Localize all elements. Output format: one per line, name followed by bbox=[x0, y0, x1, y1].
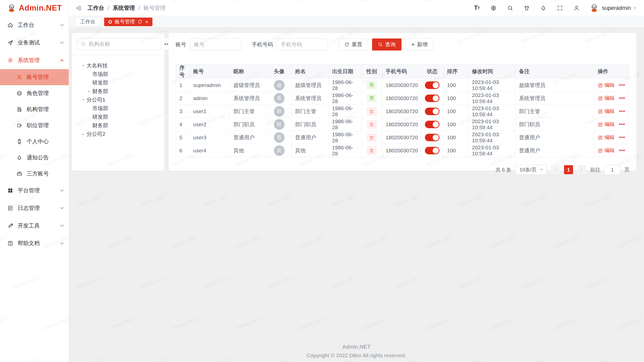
row-more-button[interactable]: ••• bbox=[619, 121, 625, 127]
sidebar-item-business-test[interactable]: 业务测试 bbox=[0, 34, 69, 52]
status-toggle[interactable] bbox=[425, 95, 439, 102]
language-icon[interactable] bbox=[490, 4, 497, 12]
prev-page-button[interactable]: ‹ bbox=[551, 165, 560, 174]
tab-refresh-icon[interactable] bbox=[138, 19, 142, 24]
user-menu[interactable]: superadmin bbox=[589, 3, 636, 13]
account-filter-input[interactable] bbox=[190, 38, 241, 51]
chevron-up-icon bbox=[60, 59, 64, 63]
tree-node[interactable]: 研发部 bbox=[77, 113, 159, 121]
sidebar-item-org-mgmt[interactable]: 机构管理 bbox=[0, 101, 69, 117]
tab-label: 工作台 bbox=[80, 18, 95, 25]
pagination: 共 6 条 10条/页 ‹ 1 › 前往 页 bbox=[176, 165, 629, 175]
sidebar-item-label: 平台管理 bbox=[18, 187, 61, 194]
tree-expand-arrow-icon[interactable]: ▾ bbox=[80, 98, 87, 102]
status-toggle[interactable] bbox=[425, 121, 439, 128]
tree-expand-arrow-icon[interactable]: ▸ bbox=[86, 89, 92, 94]
sidebar-item-log-mgmt[interactable]: 日志管理 bbox=[0, 199, 69, 217]
sidebar-item-system-mgmt[interactable]: 系统管理 bbox=[0, 52, 69, 69]
phone-filter-input[interactable] bbox=[276, 38, 328, 51]
cell-remark: 普通用户 bbox=[515, 131, 594, 144]
edit-button[interactable]: 编辑 bbox=[598, 82, 615, 88]
status-toggle[interactable] bbox=[425, 81, 439, 89]
sidebar-item-position-mgmt[interactable]: 职位管理 bbox=[0, 117, 69, 133]
cell-nickname: 部门主管 bbox=[230, 105, 267, 118]
column-header: 账号 bbox=[190, 64, 230, 79]
tree-node[interactable]: 研发部 bbox=[77, 78, 159, 87]
edit-button[interactable]: 编辑 bbox=[598, 95, 615, 102]
page-size-select[interactable]: 10条/页 bbox=[515, 165, 547, 175]
sidebar-item-third-account[interactable]: 三方账号 bbox=[0, 166, 69, 182]
profile-icon[interactable] bbox=[573, 4, 580, 12]
row-more-button[interactable]: ••• bbox=[619, 134, 625, 140]
goto-page-input[interactable] bbox=[604, 165, 620, 175]
sidebar-item-help-docs[interactable]: 帮助文档 bbox=[0, 235, 69, 252]
theme-icon[interactable] bbox=[523, 4, 531, 12]
cell-status bbox=[421, 79, 444, 92]
breadcrumb-system[interactable]: 系统管理 bbox=[113, 4, 135, 12]
edit-button[interactable]: 编辑 bbox=[598, 121, 615, 128]
tab-close-icon[interactable]: × bbox=[145, 19, 148, 24]
column-header: 状态 bbox=[421, 64, 444, 79]
cell-avatar: 其 bbox=[267, 144, 292, 157]
sidebar-item-account-mgmt[interactable]: 账号管理 bbox=[0, 69, 69, 85]
tree-node[interactable]: ▸分公司2 bbox=[77, 130, 159, 138]
table-row: 6user4其他其其他1986-06-28女180200307201002023… bbox=[176, 144, 629, 157]
account-panel: 账号 手机号码 重置 查询 + 新增 序号账号昵称头 bbox=[169, 33, 636, 171]
sidebar: Admin.NET 工作台业务测试系统管理账号管理角色管理机构管理职位管理个人中… bbox=[0, 0, 69, 362]
status-toggle[interactable] bbox=[425, 134, 439, 141]
font-size-icon[interactable]: TT bbox=[473, 4, 481, 12]
next-page-button[interactable]: › bbox=[577, 165, 586, 174]
topbar-actions: TT superadmin bbox=[473, 3, 636, 13]
column-header: 手机号码 bbox=[382, 64, 421, 79]
row-more-button[interactable]: ••• bbox=[619, 148, 625, 153]
reset-button[interactable]: 重置 bbox=[339, 38, 368, 51]
tab-workbench[interactable]: 工作台 bbox=[75, 18, 101, 26]
sidebar-item-dev-tools[interactable]: 开发工具 bbox=[0, 217, 69, 235]
sidebar-item-platform-mgmt[interactable]: 平台管理 bbox=[0, 182, 69, 199]
sidebar-item-workbench[interactable]: 工作台 bbox=[0, 16, 69, 34]
sidebar-item-notice[interactable]: 通知公告 bbox=[0, 150, 69, 166]
add-button[interactable]: + 新增 bbox=[406, 38, 433, 51]
status-toggle[interactable] bbox=[425, 108, 439, 115]
cell-order: 100 bbox=[444, 118, 468, 131]
tree-node[interactable]: ▾大名科技 bbox=[77, 61, 159, 70]
cell-phone: 18020030720 bbox=[382, 144, 421, 157]
status-toggle[interactable] bbox=[425, 147, 439, 154]
avatar: 部 bbox=[274, 119, 285, 130]
page-1-button[interactable]: 1 bbox=[564, 165, 573, 174]
cell-modified: 2023-01-03 10:59:44 bbox=[468, 118, 515, 131]
row-more-button[interactable]: ••• bbox=[619, 108, 625, 114]
breadcrumb-workbench[interactable]: 工作台 bbox=[88, 4, 104, 12]
search-icon[interactable] bbox=[506, 4, 514, 12]
edit-button[interactable]: 编辑 bbox=[598, 147, 615, 154]
column-header: 出生日期 bbox=[329, 64, 361, 79]
tab-account-mgmt[interactable]: 账号管理 × bbox=[104, 18, 152, 26]
tool-icon bbox=[7, 222, 14, 229]
notification-bell-icon[interactable] bbox=[540, 4, 547, 12]
fullscreen-icon[interactable] bbox=[556, 4, 564, 12]
menu-fold-icon[interactable] bbox=[75, 4, 83, 12]
column-header: 姓名 bbox=[292, 64, 329, 79]
tree-expand-arrow-icon[interactable]: ▸ bbox=[80, 132, 87, 136]
column-header: 昵称 bbox=[230, 64, 267, 79]
edit-label: 编辑 bbox=[605, 134, 615, 141]
edit-button[interactable]: 编辑 bbox=[598, 134, 615, 141]
sidebar-item-personal-center[interactable]: 个人中心 bbox=[0, 133, 69, 150]
row-more-button[interactable]: ••• bbox=[619, 95, 625, 101]
tree-node[interactable]: 市场部 bbox=[77, 70, 159, 78]
sidebar-item-role-mgmt[interactable]: 角色管理 bbox=[0, 85, 69, 101]
tree-expand-arrow-icon[interactable]: ▾ bbox=[80, 63, 87, 68]
search-button[interactable]: 查询 bbox=[372, 38, 401, 51]
org-search-input[interactable] bbox=[88, 41, 157, 47]
tree-node[interactable]: 市场部 bbox=[77, 104, 159, 113]
cell-account: user4 bbox=[190, 144, 230, 157]
tree-node[interactable]: ▾分公司1 bbox=[77, 96, 159, 104]
tree-node[interactable]: ▸财务部 bbox=[77, 87, 159, 96]
tree-node-label: 分公司2 bbox=[87, 130, 105, 138]
tree-node[interactable]: 财务部 bbox=[77, 121, 159, 130]
edit-button[interactable]: 编辑 bbox=[598, 108, 615, 115]
row-more-button[interactable]: ••• bbox=[619, 82, 625, 88]
cell-account: user3 bbox=[190, 131, 230, 144]
cell-modified: 2023-01-03 10:59:44 bbox=[468, 79, 515, 92]
cell-gender: 女 bbox=[361, 131, 382, 144]
